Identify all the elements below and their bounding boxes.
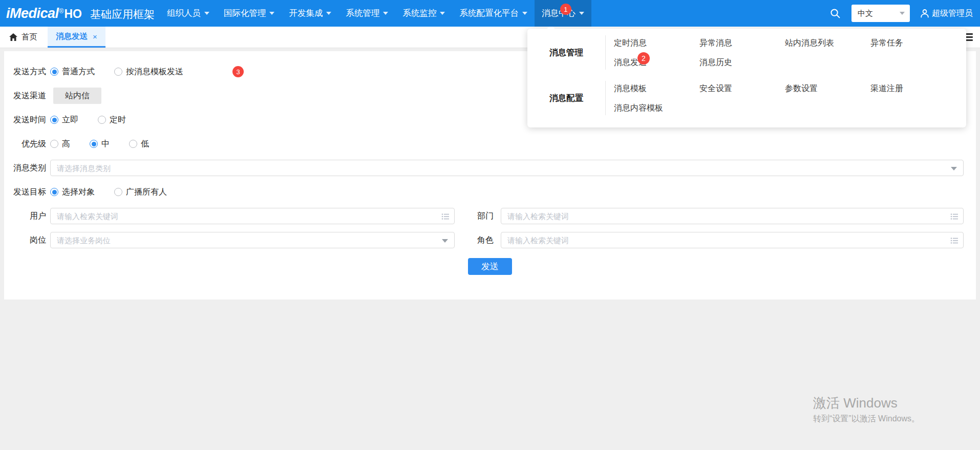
menu-group-label: 消息管理 xyxy=(527,47,605,58)
menu-item-security-settings[interactable]: 安全设置 xyxy=(699,83,732,94)
menu-item-message-send[interactable]: 消息发送 2 xyxy=(614,57,647,68)
field-label: 消息类别 xyxy=(4,163,46,174)
menu-item-message-history[interactable]: 消息历史 xyxy=(699,57,732,68)
home-icon xyxy=(9,33,17,41)
windows-activation-watermark: 激活 Windows 转到“设置”以激活 Windows。 xyxy=(813,394,920,424)
header-right: 中文 超级管理员 xyxy=(830,5,973,22)
tab-message-send[interactable]: 消息发送 × xyxy=(48,27,105,48)
main-nav: 组织人员 国际化管理 开发集成 系统管理 系统监控 系统配置化平台 消息中心 1 xyxy=(160,0,591,27)
field-label: 岗位 xyxy=(4,235,46,246)
radio-label: 立即 xyxy=(62,115,78,125)
user-search-input[interactable] xyxy=(51,208,454,224)
chevron-down-icon xyxy=(522,12,527,15)
menu-group-message-management: 消息管理 定时消息 异常消息 站内消息列表 异常任务 消息发送 2 消息历史 xyxy=(527,35,956,70)
nav-item-system-management[interactable]: 系统管理 xyxy=(338,0,395,27)
radio-icon[interactable] xyxy=(50,68,58,76)
radio-label: 普通方式 xyxy=(62,67,95,77)
nav-label: 开发集成 xyxy=(289,8,323,19)
radio-select-objects[interactable]: 选择对象 xyxy=(50,187,95,198)
logo-ho: HO xyxy=(64,7,82,21)
form-row-target: 发送目标 选择对象 广播所有人 xyxy=(4,184,976,200)
radio-icon[interactable] xyxy=(50,140,58,148)
nav-item-config-platform[interactable]: 系统配置化平台 xyxy=(452,0,535,27)
app-title: 基础应用框架 xyxy=(90,7,155,22)
radio-priority-low[interactable]: 低 xyxy=(129,139,149,149)
radio-icon[interactable] xyxy=(90,140,98,148)
user-name: 超级管理员 xyxy=(932,8,973,19)
radio-template-mode[interactable]: 按消息模板发送 xyxy=(114,67,183,77)
radio-label: 低 xyxy=(141,139,149,149)
post-select[interactable] xyxy=(50,232,455,248)
form-row-priority: 优先级 高 中 低 xyxy=(4,136,976,152)
notification-badge: 2 xyxy=(637,52,650,65)
user-menu[interactable]: 超级管理员 xyxy=(920,8,973,19)
radio-priority-high[interactable]: 高 xyxy=(50,139,70,149)
channel-chip-site-message[interactable]: 站内信 xyxy=(53,88,101,104)
field-label: 角色 xyxy=(475,235,494,246)
menu-item-parameter-settings[interactable]: 参数设置 xyxy=(785,83,818,94)
role-search-input[interactable] xyxy=(501,232,963,248)
menu-items-grid: 定时消息 异常消息 站内消息列表 异常任务 消息发送 2 消息历史 xyxy=(605,35,956,70)
language-select[interactable]: 中文 xyxy=(851,5,910,22)
nav-item-message-center[interactable]: 消息中心 1 xyxy=(535,0,591,27)
post-select-input[interactable] xyxy=(51,232,454,248)
chevron-down-icon xyxy=(326,12,331,15)
menu-item-abnormal-tasks[interactable]: 异常任务 xyxy=(870,37,903,48)
radio-label: 广播所有人 xyxy=(126,187,167,198)
menu-item-site-message-list[interactable]: 站内消息列表 xyxy=(785,37,834,48)
radio-priority-medium[interactable]: 中 xyxy=(90,139,110,149)
field-label: 发送渠道 xyxy=(4,91,46,101)
chevron-down-icon xyxy=(204,12,209,15)
category-select[interactable] xyxy=(50,160,964,176)
form-row-post-role: 岗位 角色 xyxy=(4,232,976,248)
registered-mark: ® xyxy=(59,8,64,15)
search-icon[interactable] xyxy=(830,8,840,18)
radio-broadcast-all[interactable]: 广播所有人 xyxy=(114,187,167,198)
chevron-down-icon xyxy=(579,12,584,15)
menu-item-channel-registration[interactable]: 渠道注册 xyxy=(870,83,903,94)
role-search-box[interactable] xyxy=(501,232,964,248)
chevron-down-icon xyxy=(900,12,905,15)
radio-icon[interactable] xyxy=(114,68,122,76)
tab-home-label: 首页 xyxy=(22,32,37,42)
menu-group-label: 消息配置 xyxy=(527,93,605,104)
chevron-down-icon xyxy=(269,12,274,15)
menu-item-abnormal-messages[interactable]: 异常消息 xyxy=(699,37,732,48)
nav-item-dev-integration[interactable]: 开发集成 xyxy=(282,0,338,27)
radio-normal-mode[interactable]: 普通方式 xyxy=(50,67,95,77)
radio-label: 选择对象 xyxy=(62,187,95,198)
send-button[interactable]: 发送 xyxy=(468,258,512,275)
radio-icon[interactable] xyxy=(114,188,122,196)
menu-group-message-config: 消息配置 消息模板 安全设置 参数设置 渠道注册 消息内容模板 xyxy=(527,81,956,115)
watermark-subtitle: 转到“设置”以激活 Windows。 xyxy=(813,414,920,424)
close-icon[interactable]: × xyxy=(93,32,97,41)
nav-item-i18n[interactable]: 国际化管理 xyxy=(217,0,282,27)
form-row-category: 消息类别 xyxy=(4,160,976,176)
radio-scheduled[interactable]: 定时 xyxy=(98,115,126,125)
watermark-title: 激活 Windows xyxy=(813,394,920,412)
radio-immediate[interactable]: 立即 xyxy=(50,115,78,125)
dept-search-input[interactable] xyxy=(501,208,963,224)
radio-icon[interactable] xyxy=(50,188,58,196)
chevron-down-icon xyxy=(383,12,388,15)
menu-item-message-content-template[interactable]: 消息内容模板 xyxy=(614,102,663,113)
field-label: 用户 xyxy=(4,211,46,222)
menu-item-message-template[interactable]: 消息模板 xyxy=(614,83,647,94)
nav-label: 系统监控 xyxy=(402,8,436,19)
radio-icon[interactable] xyxy=(50,116,58,124)
menu-items-grid: 消息模板 安全设置 参数设置 渠道注册 消息内容模板 xyxy=(605,81,956,115)
nav-label: 国际化管理 xyxy=(224,8,266,19)
radio-label: 高 xyxy=(62,139,70,149)
tab-home[interactable]: 首页 xyxy=(0,27,48,48)
radio-icon[interactable] xyxy=(98,116,106,124)
dept-search-box[interactable] xyxy=(501,208,964,224)
user-search-box[interactable] xyxy=(50,208,455,224)
radio-icon[interactable] xyxy=(129,140,137,148)
nav-item-organization[interactable]: 组织人员 xyxy=(160,0,217,27)
notification-badge: 3 xyxy=(232,66,244,77)
nav-item-system-monitor[interactable]: 系统监控 xyxy=(395,0,452,27)
radio-label: 定时 xyxy=(110,115,126,125)
menu-item-scheduled-messages[interactable]: 定时消息 xyxy=(614,37,647,48)
language-selected-value: 中文 xyxy=(858,9,900,18)
category-select-input[interactable] xyxy=(51,160,963,176)
